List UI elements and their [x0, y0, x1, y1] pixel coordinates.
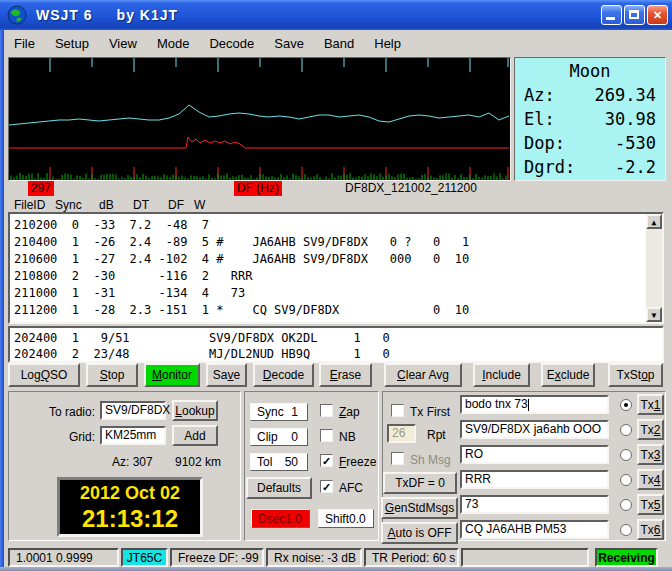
avg-decode-row: 202400 2 23/48 MJ/DL2NUD HB9Q 1 0	[10, 346, 662, 362]
menu-file[interactable]: File	[4, 32, 45, 55]
menu-setup[interactable]: Setup	[45, 32, 99, 55]
defaults-button[interactable]: Defaults	[246, 477, 312, 499]
grid-input[interactable]: KM25mm	[100, 426, 166, 445]
save-button[interactable]: Save	[206, 363, 247, 387]
minimize-button[interactable]	[601, 5, 622, 25]
tx1-radio[interactable]	[620, 399, 632, 411]
header-df: DF	[168, 198, 184, 212]
txdf-button[interactable]: TxDF = 0	[383, 472, 457, 494]
tol-control[interactable]: Tol 50	[250, 453, 308, 471]
menu-help[interactable]: Help	[364, 32, 411, 55]
afc-checkbox[interactable]	[320, 480, 333, 493]
tx6-button[interactable]: Tx6	[637, 519, 664, 540]
tx5-radio[interactable]	[620, 499, 632, 511]
tx2-radio[interactable]	[620, 424, 632, 436]
tx6-radio[interactable]	[620, 524, 632, 536]
lookup-button[interactable]: Lookup	[172, 400, 218, 421]
clip-control[interactable]: Clip 0	[250, 428, 308, 446]
status-freq-cal: 1.0001 0.9999	[8, 548, 119, 567]
moon-dop-value: -530	[615, 131, 656, 155]
maximize-icon	[629, 10, 639, 19]
status-rx-noise: Rx noise: -3 dB	[266, 548, 362, 567]
sh-msg-checkbox[interactable]	[391, 452, 404, 465]
freeze-checkbox[interactable]	[320, 454, 333, 467]
tx-message-6-input[interactable]: CQ JA6AHB PM53	[460, 520, 609, 539]
scroll-down-icon[interactable]: ▼	[646, 307, 662, 322]
wsjt-window: WSJT 6 by K1JT ✕ File Setup View Mode De…	[0, 0, 672, 571]
to-radio-label: To radio:	[40, 405, 95, 419]
clear-avg-button[interactable]: Clear Avg	[384, 363, 462, 387]
menu-view[interactable]: View	[99, 32, 147, 55]
tx-message-2-input[interactable]: SV9/DF8DX ja6ahb OOO	[460, 420, 609, 439]
txstop-button[interactable]: TxStop	[608, 363, 663, 387]
header-dt: DT	[133, 198, 149, 212]
tx3-button[interactable]: Tx3	[637, 444, 664, 465]
to-radio-input[interactable]: SV9/DF8DX	[100, 401, 166, 420]
tx-message-4-input[interactable]: RRR	[460, 470, 609, 489]
stop-button[interactable]: Stop	[86, 363, 138, 387]
df-axis-label: DF (Hz)	[234, 181, 282, 196]
gen-std-msgs-button[interactable]: GenStdMsgs	[381, 497, 458, 519]
include-button[interactable]: Include	[473, 363, 530, 387]
scroll-up-icon[interactable]: ▲	[646, 214, 662, 229]
status-mode-badge: JT65C	[121, 548, 168, 567]
menu-decode[interactable]: Decode	[199, 32, 264, 55]
utc-clock: 2012 Oct 02 21:13:12	[57, 477, 203, 537]
moon-panel: Moon Az: 269.34 El: 30.98 Dop: -530 Dgrd…	[514, 57, 666, 181]
clock-time: 21:13:12	[60, 506, 200, 532]
clock-date: 2012 Oct 02	[60, 480, 200, 506]
title-bar[interactable]: WSJT 6 by K1JT ✕	[0, 0, 672, 30]
dsec-control[interactable]: Dsec 1.0	[251, 509, 310, 528]
sync-value: 1	[291, 405, 298, 419]
decode-button[interactable]: Decode	[253, 363, 314, 387]
close-button[interactable]: ✕	[647, 5, 668, 25]
window-title: WSJT 6	[36, 7, 93, 23]
status-spacer	[461, 548, 589, 567]
tx4-radio[interactable]	[620, 474, 632, 486]
average-text-area[interactable]: 202400 1 9/51 SV9/DF8DX OK2DL 1 0 202400…	[8, 326, 664, 363]
decode-row: 211000 1 -31 -134 4 73	[10, 285, 662, 302]
rpt-input[interactable]: 26	[387, 424, 416, 443]
moon-dgrd-row: Dgrd: -2.2	[524, 155, 656, 179]
tx4-button[interactable]: Tx4	[637, 469, 664, 490]
tol-value: 50	[285, 455, 298, 469]
sync-label: Sync	[257, 405, 284, 419]
menu-save[interactable]: Save	[264, 32, 314, 55]
status-receiving-badge: Receiving	[595, 548, 658, 567]
tx-first-checkbox[interactable]	[391, 404, 404, 417]
azimuth-label: Az: 307	[112, 455, 153, 469]
spectrum-panel[interactable]	[8, 57, 511, 181]
menu-mode[interactable]: Mode	[147, 32, 200, 55]
menu-band[interactable]: Band	[314, 32, 364, 55]
tx5-button[interactable]: Tx5	[637, 494, 664, 515]
minimize-icon	[606, 17, 615, 20]
log-qso-button[interactable]: Log QSO	[8, 363, 80, 387]
shift-control[interactable]: Shift 0.0	[318, 509, 374, 528]
zap-checkbox[interactable]	[320, 404, 333, 417]
text-cursor	[528, 399, 529, 411]
decode-scrollbar[interactable]: ▲ ▼	[646, 214, 662, 322]
dsec-value: 1.0	[285, 512, 302, 526]
tol-label: Tol	[257, 455, 272, 469]
nb-checkbox[interactable]	[320, 429, 333, 442]
clip-label: Clip	[257, 430, 278, 444]
tx-message-1-input[interactable]: bodo tnx 73	[460, 395, 609, 414]
sync-control[interactable]: Sync 1	[250, 403, 308, 421]
exclude-button[interactable]: Exclude	[541, 363, 595, 387]
erase-button[interactable]: Erase	[319, 363, 372, 387]
decode-row: 210400 1 -26 2.4 -89 5 # JA6AHB SV9/DF8D…	[10, 234, 662, 251]
decode-text-area[interactable]: 210200 0 -33 7.2 -48 7 210400 1 -26 2.4 …	[8, 212, 664, 324]
add-button[interactable]: Add	[172, 425, 218, 446]
tx2-button[interactable]: Tx2	[637, 419, 664, 440]
maximize-button[interactable]	[624, 5, 645, 25]
monitor-button[interactable]: Monitor	[144, 363, 200, 387]
auto-button[interactable]: Auto is OFF	[381, 522, 458, 544]
tx-message-5-input[interactable]: 73	[460, 495, 609, 514]
tx3-radio[interactable]	[620, 449, 632, 461]
moon-title: Moon	[524, 59, 656, 83]
globe-icon	[7, 5, 27, 25]
tx-message-3-input[interactable]: RO	[460, 445, 609, 464]
moon-az-label: Az:	[524, 83, 555, 107]
window-border-left	[0, 30, 4, 571]
tx1-button[interactable]: Tx1	[637, 394, 664, 415]
